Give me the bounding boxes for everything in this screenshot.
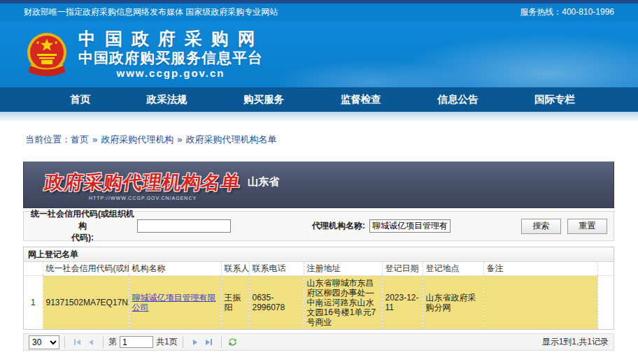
credit-code-label-line2: 代码): [29,232,136,244]
service-hotline: 服务热线：400-810-1996 [520,6,614,18]
credit-code-label: 统一社会信用代码(或组织机构 代码): [29,208,136,243]
nav-item-regulations[interactable]: 政采法规 [147,93,187,106]
col-header-address: 注册地址 [304,262,382,276]
prev-page-icon[interactable] [84,336,98,349]
pager-record-summary: 显示1到1,共1记录 [542,336,609,348]
agency-detail-link[interactable]: 聊城诚亿项目管理有限公司 [132,293,216,312]
page-banner: 政府采购代理机构名单 HTTP://WWW.CCGP.GOV.CN/AGENCY… [23,161,614,208]
col-header-agency-name: 机构名称 [129,262,221,276]
site-subtitle: 中国政府购买服务信息平台 [78,49,263,66]
results-grid: 网上登记名单 统一社会信用代码(或组织 机构名称 联系人 联系电话 注册地址 登… [23,247,614,330]
last-page-icon[interactable] [202,336,216,349]
site-title-block: 中 国 政 府 采 购 网 中国政府购买服务信息平台 www.ccgp.gov.… [78,29,263,79]
table-row: 1 91371502MA7EQ17NXK 聊城诚亿项目管理有限公司 王振阳 06… [24,276,614,330]
page-number-input[interactable] [120,336,153,348]
breadcrumb-separator: » [92,134,97,145]
col-header-credit-code: 统一社会信用代码(或组织 [43,262,129,276]
agency-name-label: 代理机构名称: [312,220,365,232]
col-header-reg-place: 登记地点 [423,262,483,276]
site-header: 中 国 政 府 采 购 网 中国政府购买服务信息平台 www.ccgp.gov.… [0,21,638,87]
col-header-note: 备注 [483,262,597,276]
page-prefix-label: 第 [108,336,117,348]
site-url: www.ccgp.gov.cn [78,67,263,79]
nav-item-home[interactable]: 首页 [70,93,90,106]
cell-address: 山东省聊城市东昌府区柳园办事处—中南运河路东山水文园16号楼1单元7号商业 [304,276,382,330]
nav-item-international[interactable]: 国际专栏 [534,93,575,106]
search-button[interactable]: 搜索 [521,219,561,234]
pager-divider [64,336,65,348]
breadcrumb-label: 当前位置： [25,134,71,145]
pagination-bar: 30 第 共1页 显示1到1,共1记录 [23,333,614,351]
main-nav: 首页 政采法规 购买服务 监督检查 信息公告 国际专栏 [0,87,638,112]
reset-button[interactable]: 重置 [567,219,607,234]
breadcrumb-home-link[interactable]: 首页 [71,134,89,145]
cell-contact: 王振阳 [221,276,249,330]
main-content: 政府采购代理机构名单 HTTP://WWW.CCGP.GOV.CN/AGENCY… [23,161,614,351]
next-page-icon[interactable] [188,336,202,349]
cell-reg-date: 2023-12-11 [382,276,423,330]
cell-note [483,276,597,330]
banner-url: HTTP://WWW.CCGP.GOV.CN/AGENCY [45,196,241,201]
col-header-filler [597,262,614,276]
nav-gradient-strip [0,112,638,122]
breadcrumb-agencies-link[interactable]: 政府采购代理机构 [101,134,173,145]
refresh-icon[interactable] [227,336,239,349]
agency-table: 统一社会信用代码(或组织 机构名称 联系人 联系电话 注册地址 登记日期 登记地… [24,262,614,329]
breadcrumb: 当前位置：首页»政府采购代理机构»政府采购代理机构名单 [25,133,638,146]
nav-item-purchase-services[interactable]: 购买服务 [243,93,284,106]
pager-divider [221,336,222,348]
search-buttons: 搜索 重置 [521,219,607,234]
cell-agency-name: 聊城诚亿项目管理有限公司 [129,276,221,330]
breadcrumb-agency-list-link[interactable]: 政府采购代理机构名单 [185,134,276,145]
col-header-contact: 联系人 [221,262,249,276]
pager-divider [103,336,104,348]
cell-filler [597,276,614,330]
banner-title: 政府采购代理机构名单 [43,170,242,195]
page-size-select[interactable]: 30 [29,335,59,349]
utility-bar: 财政部唯一指定政府采购信息网络发布媒体 国家级政府采购专业网站 服务热线：400… [0,3,638,21]
table-header-row: 统一社会信用代码(或组织 机构名称 联系人 联系电话 注册地址 登记日期 登记地… [24,262,614,276]
nav-item-supervision[interactable]: 监督检查 [341,93,381,106]
pager-divider [183,336,183,348]
search-panel: 统一社会信用代码(或组织机构 代码): 代理机构名称: 搜索 重置 [23,211,614,241]
banner-title-block: 政府采购代理机构名单 HTTP://WWW.CCGP.GOV.CN/AGENCY [45,170,241,201]
col-header-reg-date: 登记日期 [382,262,423,276]
site-slogan: 财政部唯一指定政府采购信息网络发布媒体 国家级政府采购专业网站 [24,6,278,18]
grid-section-title: 网上登记名单 [24,247,614,262]
cell-phone: 0635-2996078 [249,276,304,330]
total-pages-label: 共1页 [156,336,178,348]
cell-row-index: 1 [24,276,43,330]
credit-code-label-line1: 统一社会信用代码(或组织机构 [29,208,136,232]
col-header-index [24,262,43,276]
col-header-phone: 联系电话 [249,262,304,276]
first-page-icon[interactable] [70,336,84,349]
nav-item-announcements[interactable]: 信息公告 [437,93,478,106]
cell-credit-code: 91371502MA7EQ17NXK [43,276,129,330]
cell-reg-place: 山东省政府采购分网 [423,276,483,330]
credit-code-input[interactable] [137,219,231,233]
national-emblem-logo [25,31,69,78]
breadcrumb-separator: » [177,134,182,145]
banner-province: 山东省 [248,175,279,189]
agency-name-input[interactable] [369,219,451,233]
site-name: 中 国 政 府 采 购 网 [78,29,263,49]
